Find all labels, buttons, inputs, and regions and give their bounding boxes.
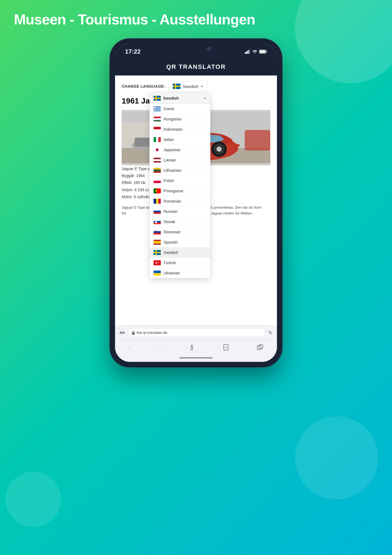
language-option-italian[interactable]: Italian [150, 135, 210, 145]
svg-rect-21 [154, 110, 161, 111]
browser-aa-label[interactable]: AA [119, 331, 125, 335]
svg-rect-28 [154, 120, 161, 122]
svg-rect-2 [248, 50, 249, 54]
language-option-greek[interactable]: Greek [150, 104, 210, 114]
svg-rect-26 [154, 117, 161, 118]
language-option-japanese[interactable]: Japanese [150, 145, 210, 155]
language-option-romanian-label: Romanian [164, 199, 181, 203]
language-option-lithuanian-label: Lithuanian [164, 168, 182, 173]
svg-rect-47 [154, 199, 156, 204]
svg-rect-0 [245, 52, 246, 54]
language-option-latvian-label: Latvian [164, 158, 176, 162]
language-option-slovenian[interactable]: Slovenian [150, 227, 210, 237]
tabs-icon [257, 344, 263, 350]
bookmark-button[interactable] [218, 343, 233, 353]
lock-icon [132, 331, 135, 335]
svg-rect-5 [260, 51, 265, 53]
svg-rect-95 [259, 345, 263, 349]
language-option-ukrainian-label: Ukrainian [164, 271, 180, 275]
svg-rect-31 [154, 137, 156, 142]
language-dropdown[interactable]: Swedish ▼ [149, 93, 210, 278]
svg-rect-38 [154, 168, 161, 170]
language-button[interactable]: Swedish ▼ [169, 81, 208, 92]
svg-rect-3 [249, 49, 250, 54]
language-option-spanish[interactable]: Spanish [150, 237, 210, 248]
language-option-latvian[interactable]: Latvian [150, 155, 210, 165]
svg-rect-49 [158, 199, 161, 204]
svg-rect-39 [154, 170, 161, 171]
japanese-flag-icon [154, 147, 161, 152]
greek-flag-icon [154, 106, 161, 111]
language-option-portuguese-label: Portuguese [164, 189, 184, 193]
svg-rect-32 [156, 137, 158, 142]
svg-rect-51 [154, 211, 161, 212]
svg-point-61 [155, 231, 156, 232]
language-option-russian[interactable]: Russian [150, 206, 210, 217]
language-option-japanese-label: Japanese [164, 148, 180, 152]
dropdown-header: Swedish ▼ [150, 93, 210, 104]
share-button[interactable] [184, 343, 199, 353]
svg-rect-37 [154, 159, 161, 161]
language-option-swedish[interactable]: Swedish [150, 248, 210, 258]
svg-rect-94 [257, 346, 261, 350]
language-option-indonesian-label: Indonesian [164, 127, 183, 132]
svg-rect-50 [154, 209, 161, 211]
language-option-turkish-label: Turkish [164, 261, 176, 265]
status-time: 17:22 [125, 48, 141, 55]
svg-rect-52 [154, 212, 161, 214]
dropdown-header-flag [154, 96, 161, 101]
svg-rect-41 [154, 178, 161, 181]
italian-flag-icon [154, 137, 161, 142]
svg-rect-92 [191, 347, 193, 350]
refresh-button[interactable]: ↻ [268, 330, 273, 336]
content-area: CHANGE LANGUAGE: Swedish ▼ [115, 75, 277, 325]
language-option-slovak[interactable]: Slovak [150, 217, 210, 227]
language-option-lithuanian[interactable]: Lithuanian [150, 165, 210, 176]
language-option-greek-label: Greek [164, 107, 174, 111]
home-bar [179, 357, 213, 359]
wifi-icon [252, 49, 258, 54]
dropdown-header-label: Swedish [163, 96, 179, 100]
portuguese-flag-icon [154, 188, 161, 193]
language-option-polish[interactable]: Polish [150, 176, 210, 186]
language-option-romanian[interactable]: Romanian [150, 196, 210, 206]
svg-rect-66 [154, 252, 161, 253]
language-option-indonesian[interactable]: Indonesian [150, 124, 210, 135]
swedish-flag-icon [173, 84, 180, 89]
forward-button[interactable]: › [154, 344, 165, 353]
share-icon [189, 344, 195, 350]
language-selector-row: CHANGE LANGUAGE: Swedish ▼ [122, 81, 270, 92]
back-button[interactable]: ‹ [124, 344, 135, 353]
spanish-flag-icon [154, 240, 161, 245]
language-option-portuguese[interactable]: Portuguese [150, 186, 210, 196]
svg-rect-91 [132, 332, 135, 335]
language-option-slovak-label: Slovak [164, 220, 175, 224]
app-header: QR TRANSLATOR [115, 59, 277, 75]
svg-rect-40 [154, 171, 161, 173]
slovenian-flag-icon [154, 229, 161, 234]
signal-icon [245, 49, 250, 54]
indonesian-flag-icon [154, 127, 161, 132]
svg-point-35 [156, 148, 159, 151]
svg-point-46 [156, 190, 157, 191]
svg-rect-44 [156, 188, 161, 193]
notch [171, 44, 221, 54]
language-option-polish-label: Polish [164, 178, 174, 183]
browser-url-bar[interactable]: live.qr-translator.de [128, 328, 265, 337]
russian-flag-icon [154, 209, 161, 214]
tabs-button[interactable] [253, 343, 268, 353]
status-bar: 17:22 [115, 44, 277, 59]
language-option-hungarian[interactable]: Hungarian [150, 114, 210, 124]
language-option-turkish[interactable]: Turkish [150, 258, 210, 268]
svg-rect-63 [154, 241, 161, 244]
page-title: Museen - Tourismus - Ausstellungen [14, 11, 255, 28]
romanian-flag-icon [154, 199, 161, 204]
svg-rect-9 [173, 86, 180, 87]
language-option-ukrainian[interactable]: Ukrainian [150, 268, 210, 278]
svg-rect-6 [266, 51, 267, 52]
bottom-nav: ‹ › [115, 340, 277, 355]
polish-flag-icon [154, 178, 161, 183]
language-option-swedish-label: Swedish [164, 250, 178, 255]
svg-rect-42 [154, 181, 161, 183]
book-icon [223, 344, 229, 350]
